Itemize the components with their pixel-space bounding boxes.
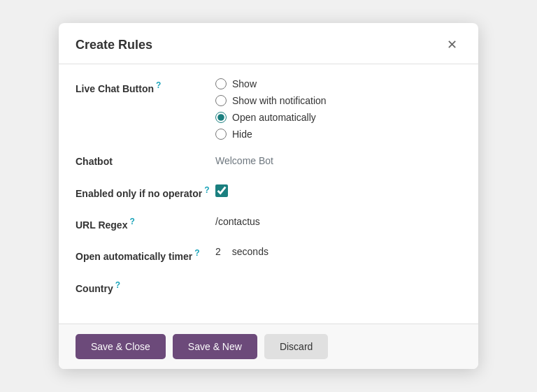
timer-value: 2 [215,246,221,257]
modal-title: Create Rules [76,38,152,52]
live-chat-button-options: Show Show with notification Open automat… [215,78,461,140]
open-auto-timer-control: 2 seconds [215,246,461,257]
radio-show-with-notification-input[interactable] [215,95,227,106]
url-regex-value: /contactus [215,215,461,227]
modal-header: Create Rules ✕ [59,23,478,64]
radio-hide[interactable]: Hide [215,129,461,140]
modal-footer: Save & Close Save & New Discard [59,324,478,369]
close-icon: ✕ [447,37,457,52]
save-close-button[interactable]: Save & Close [76,334,166,359]
chatbot-row: Chatbot Welcome Bot [76,154,461,169]
url-regex-label: URL Regex? [76,215,215,232]
radio-show-with-notification-label: Show with notification [232,95,327,106]
timer-unit: seconds [232,246,268,257]
url-regex-row: URL Regex? /contactus [76,215,461,232]
url-regex-help-icon[interactable]: ? [129,216,134,228]
enabled-no-operator-help-icon[interactable]: ? [204,184,209,196]
save-new-button[interactable]: Save & New [173,334,257,359]
radio-show[interactable]: Show [215,78,461,89]
discard-button[interactable]: Discard [264,334,328,359]
chatbot-label: Chatbot [76,154,215,169]
radio-show-with-notification[interactable]: Show with notification [215,95,461,106]
open-auto-timer-row: Open automatically timer? 2 seconds [76,246,461,263]
radio-open-automatically-label: Open automatically [232,112,316,123]
live-chat-button-label: Live Chat Button? [76,78,215,96]
country-help-icon[interactable]: ? [115,280,120,291]
country-label: Country? [76,278,215,296]
radio-open-automatically[interactable]: Open automatically [215,112,461,123]
enabled-no-operator-checkbox[interactable] [215,184,228,197]
radio-open-automatically-input[interactable] [215,112,227,123]
enabled-no-operator-row: Enabled only if no operator? [76,183,461,201]
live-chat-button-row: Live Chat Button? Show Show with notific… [76,78,461,140]
create-rules-modal: Create Rules ✕ Live Chat Button? Show [59,23,478,369]
radio-show-input[interactable] [215,78,227,89]
modal-overlay: Create Rules ✕ Live Chat Button? Show [0,0,537,392]
chatbot-value: Welcome Bot [215,154,461,166]
modal-body: Live Chat Button? Show Show with notific… [59,64,478,324]
enabled-no-operator-label: Enabled only if no operator? [76,183,215,201]
open-auto-timer-help-icon[interactable]: ? [194,247,199,259]
open-auto-timer-label: Open automatically timer? [76,246,215,263]
radio-hide-label: Hide [232,129,252,140]
live-chat-button-help-icon[interactable]: ? [156,80,161,92]
radio-show-label: Show [232,78,257,89]
country-row: Country? [76,278,461,296]
radio-hide-input[interactable] [215,129,227,140]
enabled-no-operator-control [215,183,461,197]
close-button[interactable]: ✕ [443,36,461,54]
